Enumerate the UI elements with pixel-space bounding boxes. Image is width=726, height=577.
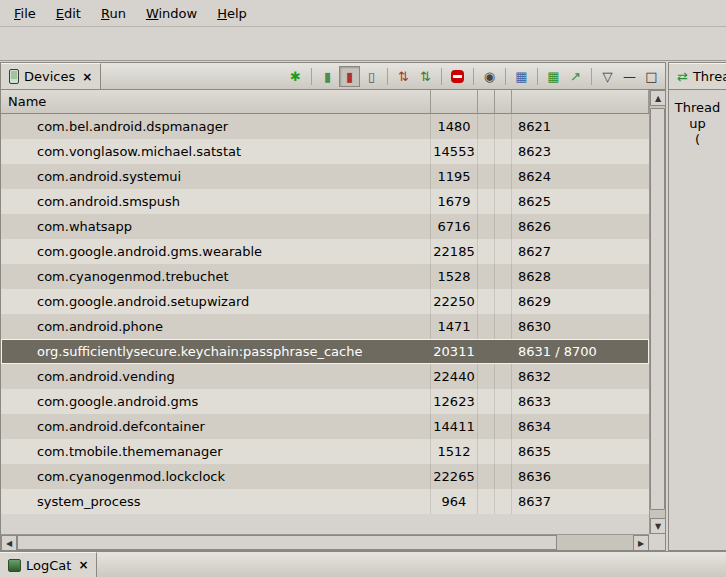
process-pid: 6716 (431, 214, 478, 239)
process-port: 8634 (512, 414, 649, 439)
table-row[interactable]: com.cyanogenmod.trebuchet15288628 (1, 264, 649, 289)
table-row[interactable]: com.cyanogenmod.lockclock222658636 (1, 464, 649, 489)
bottom-tabbar: LogCat × (0, 551, 726, 577)
cell (495, 414, 512, 439)
cell (495, 189, 512, 214)
process-name: com.cyanogenmod.trebuchet (1, 264, 431, 289)
device-table-body: com.bel.android.dspmanager14808621com.vo… (1, 114, 649, 514)
cell (495, 364, 512, 389)
threads-message-line1: Thread up (669, 100, 726, 132)
capture-trace-icon[interactable]: ▦ (543, 66, 564, 87)
process-port: 8632 (512, 364, 649, 389)
process-name: com.android.vending (1, 364, 431, 389)
tab-threads-label: Threads (693, 69, 726, 84)
menu-file[interactable]: File (4, 2, 46, 25)
process-port: 8631 / 8700 (512, 340, 649, 363)
cell (495, 489, 512, 514)
table-row[interactable]: com.android.smspush16798625 (1, 189, 649, 214)
process-name: com.google.android.gms (1, 389, 431, 414)
update-threads-icon[interactable]: ⇅ (393, 66, 414, 87)
threads-icon: ⇄ (677, 69, 688, 84)
scroll-left-icon[interactable]: ◀ (1, 535, 17, 551)
column-header[interactable] (512, 90, 649, 113)
menu-edit[interactable]: Edit (46, 2, 91, 25)
view-hierarchy-icon[interactable]: ▦ (511, 66, 532, 87)
threads-tabbar: ⇄ Threads (669, 63, 726, 90)
vertical-scroll-thumb[interactable] (650, 108, 665, 510)
maximize-icon[interactable]: □ (641, 66, 662, 87)
table-row[interactable]: com.android.phone14718630 (1, 314, 649, 339)
process-pid: 14411 (431, 414, 478, 439)
close-icon[interactable]: × (76, 558, 88, 572)
process-name: com.bel.android.dspmanager (1, 114, 431, 139)
process-name: org.sufficientlysecure.keychain:passphra… (1, 340, 431, 363)
cell (495, 239, 512, 264)
table-row[interactable]: com.android.systemui11958624 (1, 164, 649, 189)
process-pid: 12623 (431, 389, 478, 414)
tab-logcat[interactable]: LogCat × (0, 552, 97, 577)
toolbar-separator (387, 68, 388, 85)
table-row[interactable]: org.sufficientlysecure.keychain:passphra… (1, 339, 649, 364)
table-header: Name (1, 90, 649, 114)
cell (478, 314, 495, 339)
table-row[interactable]: system_process9648637 (1, 489, 649, 514)
cell (495, 389, 512, 414)
menu-window[interactable]: Window (136, 2, 207, 25)
cell (495, 139, 512, 164)
process-port: 8623 (512, 139, 649, 164)
table-row[interactable]: com.google.android.setupwizard222508629 (1, 289, 649, 314)
debug-process-icon[interactable]: ✱ (285, 66, 306, 87)
menu-help[interactable]: Help (207, 2, 257, 25)
column-header[interactable] (495, 90, 512, 113)
cause-gc-icon[interactable]: ▯ (361, 66, 382, 87)
menu-run[interactable]: Run (91, 2, 136, 25)
process-port: 8624 (512, 164, 649, 189)
table-row[interactable]: com.tmobile.thememanager15128635 (1, 439, 649, 464)
screen-capture-icon[interactable]: ◉ (479, 66, 500, 87)
process-name: com.android.defcontainer (1, 414, 431, 439)
cell (495, 340, 512, 363)
cell (495, 164, 512, 189)
process-pid: 22185 (431, 239, 478, 264)
close-icon[interactable]: × (80, 70, 92, 84)
stop-process-icon[interactable] (447, 66, 468, 87)
view-menu-icon[interactable]: ▽ (597, 66, 618, 87)
table-row[interactable]: com.google.android.gms.wearable221858627 (1, 239, 649, 264)
cell (495, 314, 512, 339)
tab-threads[interactable]: ⇄ Threads (669, 63, 726, 89)
scroll-right-icon[interactable]: ▶ (633, 535, 649, 551)
process-port: 8636 (512, 464, 649, 489)
table-row[interactable]: com.vonglasow.michael.satstat145538623 (1, 139, 649, 164)
minimize-icon[interactable]: — (619, 66, 640, 87)
dump-hprof-icon[interactable]: ▮ (339, 66, 360, 87)
column-header[interactable] (431, 90, 478, 113)
threads-view: ⇄ Threads Thread up ( (668, 62, 726, 551)
cell (495, 464, 512, 489)
table-row[interactable]: com.android.vending224408632 (1, 364, 649, 389)
column-header[interactable]: Name (1, 90, 431, 113)
table-row[interactable]: com.android.defcontainer144118634 (1, 414, 649, 439)
tab-devices[interactable]: Devices × (1, 63, 101, 89)
table-row[interactable]: com.whatsapp67168626 (1, 214, 649, 239)
cell (478, 364, 495, 389)
column-header[interactable] (478, 90, 495, 113)
cell (478, 239, 495, 264)
cell (478, 114, 495, 139)
cell (495, 264, 512, 289)
tab-devices-label: Devices (24, 69, 75, 84)
table-row[interactable]: com.bel.android.dspmanager14808621 (1, 114, 649, 139)
cell (478, 289, 495, 314)
table-row[interactable]: com.google.android.gms126238633 (1, 389, 649, 414)
vertical-scrollbar[interactable]: ▲ ▼ (649, 90, 665, 534)
method-profiling-icon[interactable]: ⇅ (415, 66, 436, 87)
scroll-up-icon[interactable]: ▲ (650, 90, 666, 106)
horizontal-scrollbar[interactable]: ◀ ▶ (1, 534, 649, 550)
process-name: com.cyanogenmod.lockclock (1, 464, 431, 489)
process-pid: 20311 (431, 340, 478, 363)
horizontal-scroll-thumb[interactable] (17, 535, 557, 550)
network-stats-icon[interactable]: ↗ (565, 66, 586, 87)
process-pid: 22250 (431, 289, 478, 314)
scroll-down-icon[interactable]: ▼ (650, 518, 666, 534)
cell (495, 289, 512, 314)
update-heap-icon[interactable]: ▮ (317, 66, 338, 87)
